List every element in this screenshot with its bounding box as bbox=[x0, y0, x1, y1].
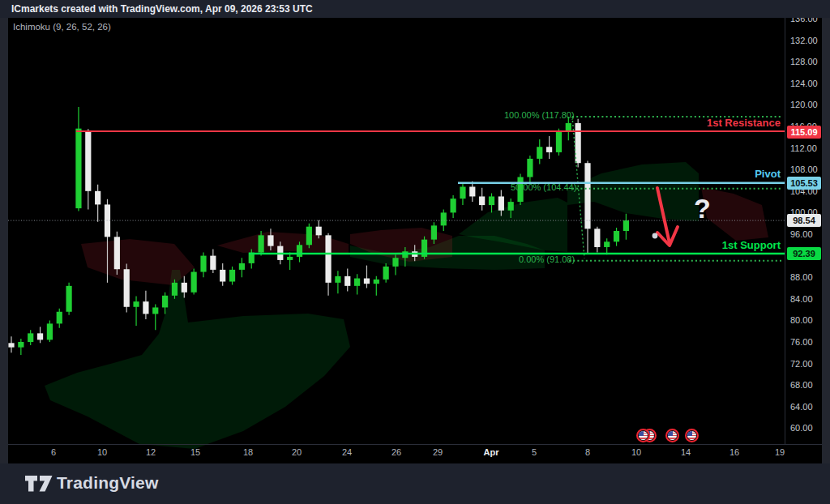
price-tick-label: 88.00 bbox=[790, 272, 813, 282]
price-tick-label: 76.00 bbox=[790, 337, 813, 347]
chart-panel[interactable]: Ichimoku (9, 26, 52, 26) 1st Resistance … bbox=[8, 18, 822, 463]
footer-bar: TradingView bbox=[0, 463, 830, 504]
candle-body bbox=[239, 263, 245, 270]
candle-body bbox=[441, 212, 447, 225]
candle-body bbox=[537, 147, 542, 159]
time-tick-label: 26 bbox=[391, 447, 401, 457]
tradingview-brand-text[interactable]: TradingView bbox=[57, 473, 159, 493]
candle-body bbox=[479, 196, 485, 205]
header-title: ICmarkets created with TradingView.com, … bbox=[11, 3, 313, 15]
price-tick-label: 120.00 bbox=[790, 100, 818, 109]
candle-body bbox=[344, 276, 350, 286]
candle-body bbox=[392, 258, 398, 267]
candle-body bbox=[498, 196, 504, 210]
candle-body bbox=[57, 312, 62, 324]
candle-body bbox=[556, 132, 562, 152]
time-tick-label: 29 bbox=[433, 447, 443, 457]
support-text-annotation[interactable]: 1st Support bbox=[722, 239, 781, 251]
candle-body bbox=[527, 159, 533, 177]
fib-level-100-label[interactable]: 100.00% (117.80) bbox=[504, 110, 575, 120]
us-flag-icon[interactable] bbox=[685, 429, 699, 442]
time-tick-label: 10 bbox=[631, 447, 641, 457]
candle-body bbox=[47, 323, 53, 340]
candle-body bbox=[210, 256, 216, 270]
time-tick-label: 18 bbox=[243, 447, 253, 457]
candle-body bbox=[172, 283, 178, 296]
price-tick-label: 132.00 bbox=[790, 36, 818, 45]
candle-body bbox=[460, 186, 465, 199]
flag-canton bbox=[639, 431, 644, 436]
fib-level-50-label[interactable]: 50.00% (104.44) bbox=[511, 182, 576, 192]
ichimoku-cloud-red bbox=[701, 187, 768, 241]
candle-body bbox=[152, 307, 158, 314]
candle-body bbox=[316, 227, 322, 236]
candle-body bbox=[267, 235, 273, 246]
tradingview-screenshot: ICmarkets created with TradingView.com, … bbox=[0, 0, 830, 504]
price-tick-label: 96.00 bbox=[790, 229, 813, 239]
candle-body bbox=[259, 235, 264, 252]
flag-canton bbox=[687, 431, 692, 436]
candle-body bbox=[182, 283, 187, 293]
candle-body bbox=[623, 220, 629, 231]
ichimoku-cloud-green bbox=[45, 270, 350, 449]
tradingview-logo-icon[interactable] bbox=[24, 473, 53, 494]
candle-body bbox=[508, 202, 514, 211]
flag-face bbox=[668, 431, 677, 440]
candle-body bbox=[220, 270, 225, 282]
candle-body bbox=[335, 276, 340, 283]
candle-body bbox=[306, 227, 312, 246]
candle-body bbox=[584, 163, 590, 229]
price-tick-label: 72.00 bbox=[790, 359, 813, 369]
candle-body bbox=[133, 301, 139, 307]
time-tick-label: 10 bbox=[97, 447, 107, 457]
time-tick-label: 12 bbox=[146, 447, 156, 457]
candle-body bbox=[604, 241, 610, 247]
candle-body bbox=[364, 279, 370, 284]
flag-canton bbox=[668, 431, 673, 436]
time-tick-label: 20 bbox=[292, 447, 302, 457]
header-bar: ICmarkets created with TradingView.com, … bbox=[0, 0, 830, 18]
price-tick-label: 112.00 bbox=[790, 143, 817, 153]
chart-canvas[interactable] bbox=[8, 18, 822, 463]
candle-body bbox=[594, 229, 600, 247]
candle-body bbox=[8, 343, 14, 347]
candle-body bbox=[28, 333, 33, 342]
candle-body bbox=[85, 131, 91, 191]
candle-body bbox=[66, 286, 72, 312]
candle-body bbox=[383, 267, 389, 280]
time-tick-label: 8 bbox=[585, 447, 590, 457]
us-flag-icon[interactable] bbox=[636, 429, 650, 442]
flag-face bbox=[639, 431, 648, 440]
drawing-anchor-dot[interactable] bbox=[652, 233, 658, 239]
resistance-text-annotation[interactable]: 1st Resistance bbox=[707, 117, 781, 129]
time-axis[interactable] bbox=[8, 444, 822, 463]
candle-body bbox=[469, 186, 475, 196]
candle-body bbox=[325, 235, 331, 283]
price-tick-label: 64.00 bbox=[790, 402, 813, 412]
time-tick-label: 15 bbox=[190, 447, 200, 457]
question-mark-annotation[interactable]: ? bbox=[694, 193, 711, 224]
time-tick-label: 16 bbox=[729, 447, 739, 457]
pivot-text-annotation[interactable]: Pivot bbox=[755, 168, 781, 180]
price-tick-label: 128.00 bbox=[790, 57, 818, 66]
candle-body bbox=[191, 272, 197, 293]
candle-body bbox=[489, 196, 494, 205]
candle-body bbox=[124, 269, 130, 307]
candle-body bbox=[200, 256, 206, 272]
time-tick-label: 14 bbox=[681, 447, 691, 457]
support-price-label: 92.39 bbox=[787, 247, 821, 260]
us-flag-icon[interactable] bbox=[665, 429, 679, 442]
time-tick-label: 19 bbox=[775, 447, 785, 457]
candle-body bbox=[297, 245, 302, 257]
fib-level-0-label[interactable]: 0.00% (91.08) bbox=[519, 254, 575, 264]
indicator-legend-ichimoku[interactable]: Ichimoku (9, 26, 52, 26) bbox=[13, 22, 111, 32]
current-price-label: 98.54 bbox=[787, 214, 821, 227]
candle-body bbox=[374, 280, 379, 284]
candle-body bbox=[95, 191, 101, 205]
price-tick-label: 124.00 bbox=[790, 79, 818, 88]
candle-body bbox=[18, 342, 24, 348]
candle-body bbox=[143, 301, 148, 314]
candle-body bbox=[614, 231, 619, 241]
candle-body bbox=[354, 279, 360, 286]
price-tick-label: 84.00 bbox=[790, 294, 813, 304]
